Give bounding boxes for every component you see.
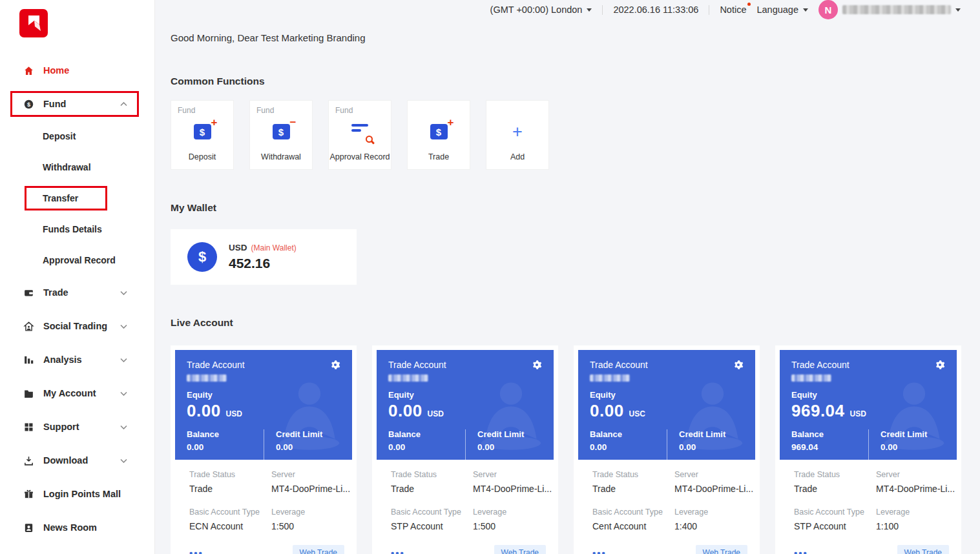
gear-icon[interactable]	[733, 360, 744, 370]
datetime-display: 2022.06.16 11:33:06	[613, 5, 698, 15]
account-type-label: Basic Account Type	[391, 508, 473, 517]
sidebar-item-home[interactable]: Home	[0, 54, 154, 87]
credit-limit-cell: Credit Limit 0.00	[667, 429, 744, 460]
sidebar-item-trade[interactable]: Trade	[0, 276, 154, 309]
more-options-icon[interactable]	[189, 548, 203, 554]
common-function-card-trade[interactable]: Trade	[407, 100, 470, 170]
withdrawal-icon	[273, 124, 290, 139]
server-label: Server	[473, 470, 552, 479]
topbar-divider	[602, 5, 603, 15]
trade-status-label: Trade Status	[391, 470, 473, 479]
balance-label: Balance	[187, 429, 264, 439]
svg-text:$: $	[27, 101, 30, 107]
server-label: Server	[674, 470, 753, 479]
user-menu[interactable]: N	[818, 0, 961, 19]
notice-link[interactable]: Notice	[720, 5, 746, 15]
chevron-down-icon	[120, 391, 127, 396]
account-card-body: Trade StatusTrade ServerMT4-DooPrime-Li.…	[780, 460, 957, 554]
trade-status-value: Trade	[189, 484, 271, 494]
credit-limit-label: Credit Limit	[881, 429, 945, 439]
language-selector[interactable]: Language	[756, 5, 808, 15]
equity-value: 0.00	[187, 401, 221, 421]
sidebar-item-news-room[interactable]: News Room	[0, 511, 154, 544]
card-label: Deposit	[171, 152, 233, 161]
balance-value: 969.04	[791, 442, 868, 452]
sidebar-item-download[interactable]: Download	[0, 444, 154, 477]
balance-label: Balance	[791, 429, 868, 439]
card-category: Fund	[178, 106, 195, 115]
gear-icon[interactable]	[935, 360, 945, 370]
plus-badge-icon	[448, 117, 454, 128]
account-card-title: Trade Account	[590, 360, 648, 370]
magnifier-icon	[366, 136, 373, 143]
notice-dot	[747, 3, 751, 6]
credit-limit-value: 0.00	[881, 442, 945, 452]
server-value: MT4-DooPrime-Li...	[473, 484, 552, 494]
credit-limit-label: Credit Limit	[679, 429, 744, 439]
sidebar-subitem-approval-record[interactable]: Approval Record	[0, 245, 154, 276]
credit-limit-value: 0.00	[679, 442, 744, 452]
credit-limit-cell: Credit Limit 0.00	[868, 429, 945, 460]
sidebar-item-fund[interactable]: $ Fund	[0, 87, 154, 121]
sidebar-subitem-funds-details[interactable]: Funds Details	[0, 214, 154, 245]
sidebar-subitem-label: Deposit	[43, 131, 76, 141]
sidebar-item-label: Login Points Mall	[43, 489, 127, 499]
gift-icon	[23, 489, 34, 500]
sidebar-item-support[interactable]: Support	[0, 410, 154, 444]
wallet-currency: USD	[229, 243, 247, 252]
section-title-common-functions: Common Functions	[171, 76, 962, 87]
wallet-card[interactable]: USD (Main Wallet) 452.16	[171, 229, 357, 285]
news-room-icon	[23, 522, 34, 533]
chevron-down-icon	[120, 358, 127, 362]
approval-record-icon	[351, 124, 368, 139]
account-card-header: Trade Account Equity 0.00 USD Balance	[377, 350, 554, 460]
equity-value: 0.00	[388, 401, 422, 421]
timezone-selector[interactable]: (GMT +00:00) London	[490, 5, 592, 15]
more-options-icon[interactable]	[794, 548, 808, 554]
more-options-icon[interactable]	[592, 548, 607, 554]
caret-down-icon	[587, 8, 592, 12]
caret-down-icon	[803, 8, 808, 12]
balance-cell: Balance 969.04	[791, 429, 868, 460]
account-number-blurred	[388, 374, 428, 382]
web-trade-button[interactable]: Web Trade	[293, 545, 344, 554]
sidebar-subitem-withdrawal[interactable]: Withdrawal	[0, 152, 154, 183]
live-account-card: Trade Account Equity 0.00 USD Balance	[372, 345, 558, 554]
sidebar-item-label: News Room	[43, 522, 127, 533]
web-trade-button[interactable]: Web Trade	[494, 545, 546, 554]
credit-limit-value: 0.00	[276, 442, 340, 452]
main-area: (GMT +00:00) London 2022.06.16 11:33:06 …	[155, 0, 980, 554]
live-account-card: Trade Account Equity 0.00 USC Balance	[574, 345, 760, 554]
more-options-icon[interactable]	[391, 548, 405, 554]
sidebar-subitem-deposit[interactable]: Deposit	[0, 121, 154, 152]
minus-badge-icon	[290, 117, 297, 128]
gear-icon[interactable]	[532, 360, 542, 370]
common-function-card-approval-record[interactable]: Fund Approval Record	[328, 100, 391, 170]
sidebar-subitem-transfer[interactable]: Transfer	[0, 183, 154, 214]
equity-currency: USD	[226, 409, 242, 418]
sidebar-item-social-trading[interactable]: Social Trading	[0, 309, 154, 343]
web-trade-button[interactable]: Web Trade	[897, 545, 949, 554]
trade-status-value: Trade	[794, 484, 876, 494]
gear-icon[interactable]	[330, 360, 340, 370]
common-function-card-add[interactable]: Add	[486, 100, 549, 170]
sidebar-item-my-account[interactable]: My Account	[0, 376, 154, 410]
credit-limit-cell: Credit Limit 0.00	[264, 429, 340, 460]
account-type-label: Basic Account Type	[794, 508, 876, 517]
account-card-body: Trade StatusTrade ServerMT4-DooPrime-Li.…	[578, 460, 755, 554]
section-title-live-account: Live Account	[171, 317, 962, 329]
sidebar-item-label: My Account	[43, 388, 111, 398]
account-type-value: Cent Account	[592, 521, 674, 531]
common-function-card-withdrawal[interactable]: Fund Withdrawal	[249, 100, 313, 170]
web-trade-button[interactable]: Web Trade	[696, 545, 747, 554]
card-category: Fund	[335, 106, 353, 115]
social-trading-icon	[23, 321, 34, 332]
credit-limit-label: Credit Limit	[477, 429, 542, 439]
equity-currency: USD	[428, 409, 444, 418]
sidebar-subitem-label: Transfer	[43, 193, 78, 203]
sidebar-item-login-points-mall[interactable]: Login Points Mall	[0, 477, 154, 511]
account-type-label: Basic Account Type	[189, 508, 271, 517]
topbar: (GMT +00:00) London 2022.06.16 11:33:06 …	[155, 0, 980, 19]
sidebar-item-analysis[interactable]: Analysis	[0, 343, 154, 376]
common-function-card-deposit[interactable]: Fund Deposit	[171, 100, 234, 170]
